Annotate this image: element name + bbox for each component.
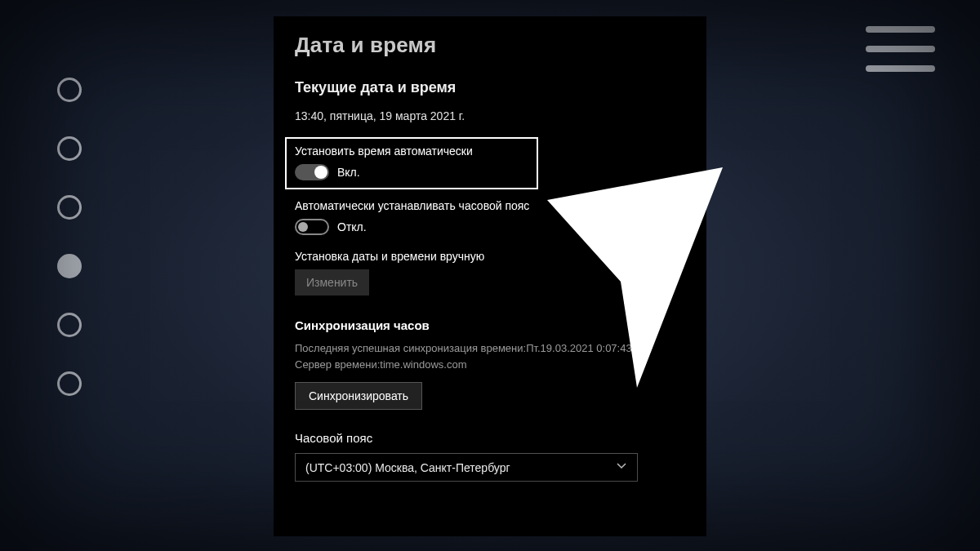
auto-tz-label: Автоматически устанавливать часовой пояс — [295, 199, 685, 212]
change-button[interactable]: Изменить — [295, 269, 369, 295]
timezone-selected: (UTC+03:00) Москва, Санкт-Петербург — [305, 461, 510, 474]
auto-time-state: Вкл. — [337, 166, 360, 179]
slide-dot-nav — [57, 78, 82, 396]
dot-3[interactable] — [57, 195, 82, 220]
hamburger-bar — [866, 65, 935, 72]
sync-info: Последняя успешная синхронизация времени… — [295, 340, 685, 372]
dot-5[interactable] — [57, 313, 82, 337]
timezone-select[interactable]: (UTC+03:00) Москва, Санкт-Петербург — [295, 453, 638, 482]
timezone-label: Часовой пояс — [295, 431, 685, 445]
highlighted-setting: Установить время автоматически Вкл. — [285, 137, 538, 189]
sync-server: Сервер времени:time.windows.com — [295, 357, 685, 373]
datetime-settings-panel: Дата и время Текущие дата и время 13:40,… — [274, 16, 706, 536]
hamburger-bar — [866, 26, 935, 33]
hamburger-menu-icon[interactable] — [866, 26, 935, 72]
dot-1[interactable] — [57, 78, 82, 102]
chevron-down-icon — [616, 460, 627, 474]
sync-heading: Синхронизация часов — [295, 318, 685, 332]
auto-tz-toggle[interactable] — [295, 219, 329, 235]
current-datetime-value: 13:40, пятница, 19 марта 2021 г. — [295, 109, 685, 122]
auto-time-toggle[interactable] — [295, 164, 329, 180]
hamburger-bar — [866, 46, 935, 52]
dot-4[interactable] — [57, 254, 82, 278]
toggle-knob — [298, 222, 308, 232]
page-title: Дата и время — [295, 33, 685, 58]
current-datetime-heading: Текущие дата и время — [295, 79, 685, 96]
manual-set-label: Установка даты и времени вручную — [295, 250, 685, 263]
sync-last: Последняя успешная синхронизация времени… — [295, 340, 685, 357]
dot-2[interactable] — [57, 136, 82, 161]
sync-button[interactable]: Синхронизировать — [295, 382, 422, 410]
auto-tz-state: Откл. — [337, 220, 367, 233]
toggle-knob — [314, 166, 327, 179]
auto-time-label: Установить время автоматически — [295, 144, 528, 158]
dot-6[interactable] — [57, 371, 82, 396]
